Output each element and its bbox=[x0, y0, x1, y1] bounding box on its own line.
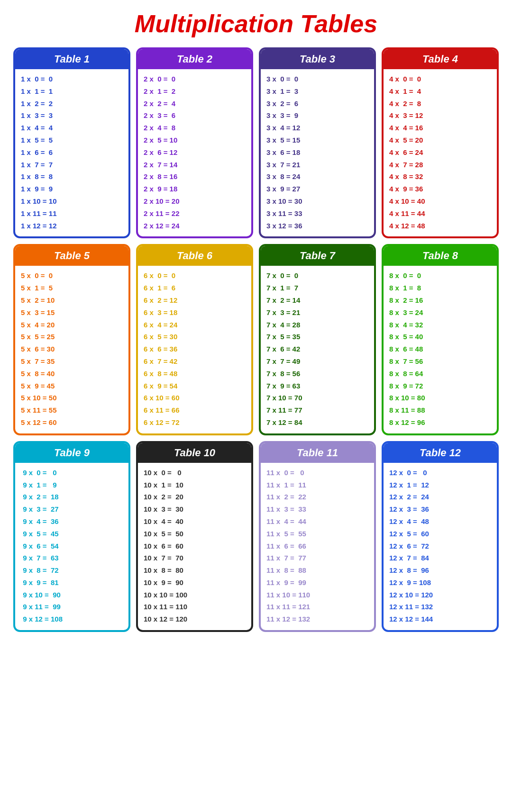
table-body-10: 10 x 0 = 0 10 x 1 = 10 10 x 2 = 20 10 x … bbox=[138, 463, 251, 630]
table-body-2: 2 x 0 = 0 2 x 1 = 2 2 x 2 = 4 2 x 3 = 6 … bbox=[138, 69, 251, 236]
table-card-7: Table 77 x 0 = 0 7 x 1 = 7 7 x 2 = 14 7 … bbox=[259, 244, 376, 435]
table-card-9: Table 9 9 x 0 = 0 9 x 1 = 9 9 x 2 = 18 9… bbox=[13, 441, 130, 632]
table-body-12: 12 x 0 = 0 12 x 1 = 12 12 x 2 = 24 12 x … bbox=[384, 463, 497, 630]
table-header-2: Table 2 bbox=[138, 49, 251, 69]
table-header-6: Table 6 bbox=[138, 246, 251, 266]
table-body-5: 5 x 0 = 0 5 x 1 = 5 5 x 2 = 10 5 x 3 = 1… bbox=[15, 266, 128, 433]
table-card-4: Table 44 x 0 = 0 4 x 1 = 4 4 x 2 = 8 4 x… bbox=[382, 47, 499, 238]
table-header-11: Table 11 bbox=[261, 443, 374, 463]
table-card-10: Table 1010 x 0 = 0 10 x 1 = 10 10 x 2 = … bbox=[136, 441, 253, 632]
table-body-11: 11 x 0 = 0 11 x 1 = 11 11 x 2 = 22 11 x … bbox=[261, 463, 374, 630]
table-card-3: Table 33 x 0 = 0 3 x 1 = 3 3 x 2 = 6 3 x… bbox=[259, 47, 376, 238]
table-header-4: Table 4 bbox=[384, 49, 497, 69]
table-body-8: 8 x 0 = 0 8 x 1 = 8 8 x 2 = 16 8 x 3 = 2… bbox=[384, 266, 497, 433]
table-card-2: Table 22 x 0 = 0 2 x 1 = 2 2 x 2 = 4 2 x… bbox=[136, 47, 253, 238]
table-header-5: Table 5 bbox=[15, 246, 128, 266]
table-header-12: Table 12 bbox=[384, 443, 497, 463]
table-card-12: Table 1212 x 0 = 0 12 x 1 = 12 12 x 2 = … bbox=[382, 441, 499, 632]
table-header-7: Table 7 bbox=[261, 246, 374, 266]
table-body-3: 3 x 0 = 0 3 x 1 = 3 3 x 2 = 6 3 x 3 = 9 … bbox=[261, 69, 374, 236]
table-header-3: Table 3 bbox=[261, 49, 374, 69]
table-header-10: Table 10 bbox=[138, 443, 251, 463]
table-body-4: 4 x 0 = 0 4 x 1 = 4 4 x 2 = 8 4 x 3 = 12… bbox=[384, 69, 497, 236]
table-body-9: 9 x 0 = 0 9 x 1 = 9 9 x 2 = 18 9 x 3 = 2… bbox=[15, 463, 128, 630]
table-header-8: Table 8 bbox=[384, 246, 497, 266]
page-title: Multiplication Tables bbox=[9, 9, 503, 38]
table-body-6: 6 x 0 = 0 6 x 1 = 6 6 x 2 = 12 6 x 3 = 1… bbox=[138, 266, 251, 433]
table-header-1: Table 1 bbox=[15, 49, 128, 69]
table-card-11: Table 1111 x 0 = 0 11 x 1 = 11 11 x 2 = … bbox=[259, 441, 376, 632]
table-card-8: Table 88 x 0 = 0 8 x 1 = 8 8 x 2 = 16 8 … bbox=[382, 244, 499, 435]
table-card-5: Table 55 x 0 = 0 5 x 1 = 5 5 x 2 = 10 5 … bbox=[13, 244, 130, 435]
table-body-7: 7 x 0 = 0 7 x 1 = 7 7 x 2 = 14 7 x 3 = 2… bbox=[261, 266, 374, 433]
table-card-1: Table 11 x 0 = 0 1 x 1 = 1 1 x 2 = 2 1 x… bbox=[13, 47, 130, 238]
tables-grid: Table 11 x 0 = 0 1 x 1 = 1 1 x 2 = 2 1 x… bbox=[9, 47, 503, 632]
table-header-9: Table 9 bbox=[15, 443, 128, 463]
table-card-6: Table 66 x 0 = 0 6 x 1 = 6 6 x 2 = 12 6 … bbox=[136, 244, 253, 435]
table-body-1: 1 x 0 = 0 1 x 1 = 1 1 x 2 = 2 1 x 3 = 3 … bbox=[15, 69, 128, 236]
